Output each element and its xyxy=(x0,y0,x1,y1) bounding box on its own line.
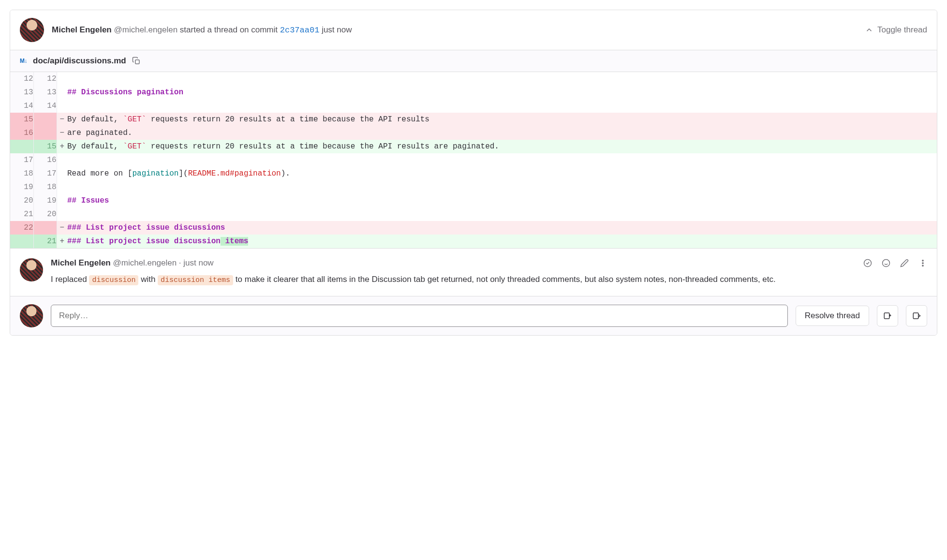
toggle-thread-button[interactable]: Toggle thread xyxy=(865,25,927,35)
svg-rect-11 xyxy=(913,313,918,319)
diff-row[interactable]: 16−are paginated. xyxy=(10,126,937,140)
more-icon[interactable] xyxy=(918,259,927,267)
comment-time[interactable]: just now xyxy=(183,258,213,267)
line-number-new[interactable]: 18 xyxy=(33,180,57,194)
diff-sign xyxy=(57,86,67,99)
diff-sign xyxy=(57,180,67,194)
diff-row[interactable]: 1817Read more on [pagination](README.md#… xyxy=(10,167,937,180)
diff-row[interactable]: 1313## Discussions pagination xyxy=(10,86,937,99)
thread-header: Michel Engelen @michel.engelen started a… xyxy=(10,10,937,50)
diff-content: ## Discussions pagination xyxy=(67,86,937,99)
svg-point-6 xyxy=(922,263,923,264)
line-number-old[interactable] xyxy=(10,140,33,153)
line-number-new[interactable]: 16 xyxy=(33,153,57,167)
diff-row[interactable]: 21+### List project issue discussion ite… xyxy=(10,235,937,248)
svg-point-5 xyxy=(922,260,923,261)
line-number-old[interactable]: 16 xyxy=(10,126,33,140)
diff-content: By default, `GET` requests return 20 res… xyxy=(67,140,937,153)
diff-sign: − xyxy=(57,126,67,140)
thread-time: just now xyxy=(322,25,352,34)
diff-content: are paginated. xyxy=(67,126,937,140)
inline-code: discussion items xyxy=(158,275,233,285)
copy-path-icon[interactable] xyxy=(132,57,141,65)
chevron-up-icon xyxy=(865,26,873,34)
line-number-old[interactable]: 20 xyxy=(10,194,33,207)
line-number-new[interactable] xyxy=(33,113,57,126)
line-number-old[interactable]: 15 xyxy=(10,113,33,126)
diff-sign xyxy=(57,207,67,221)
diff-row[interactable]: 1716 xyxy=(10,153,937,167)
thread-handle[interactable]: @michel.engelen xyxy=(114,25,178,34)
line-number-old[interactable]: 12 xyxy=(10,72,33,86)
line-number-new[interactable]: 19 xyxy=(33,194,57,207)
svg-rect-0 xyxy=(135,60,139,64)
comment-handle[interactable]: @michel.engelen xyxy=(113,258,177,267)
reply-input[interactable] xyxy=(51,305,788,327)
line-number-old[interactable]: 14 xyxy=(10,99,33,113)
diff-sign xyxy=(57,99,67,113)
diff-row[interactable]: 1918 xyxy=(10,180,937,194)
line-number-new[interactable]: 15 xyxy=(33,140,57,153)
line-number-old[interactable] xyxy=(10,235,33,248)
diff-table: 12121313## Discussions pagination141415−… xyxy=(10,72,937,248)
line-number-old[interactable]: 13 xyxy=(10,86,33,99)
diff-sign: + xyxy=(57,140,67,153)
comment-block: Michel Engelen @michel.engelen · just no… xyxy=(10,248,937,296)
issue-arrow-icon xyxy=(912,311,921,320)
line-number-old[interactable]: 22 xyxy=(10,221,33,235)
diff-row[interactable]: 15+By default, `GET` requests return 20 … xyxy=(10,140,937,153)
comment-actions xyxy=(863,259,927,267)
line-number-old[interactable]: 21 xyxy=(10,207,33,221)
line-number-new[interactable] xyxy=(33,221,57,235)
commit-link[interactable]: 2c37aa01 xyxy=(280,26,320,35)
diff-content: ## Issues xyxy=(67,194,937,207)
line-number-old[interactable]: 18 xyxy=(10,167,33,180)
line-number-new[interactable]: 21 xyxy=(33,235,57,248)
diff-sign: − xyxy=(57,221,67,235)
resolve-check-icon[interactable] xyxy=(863,259,872,267)
diff-row[interactable]: 22−### List project issue discussions xyxy=(10,221,937,235)
diff-sign xyxy=(57,72,67,86)
comment-author[interactable]: Michel Engelen xyxy=(51,258,111,267)
line-number-old[interactable]: 19 xyxy=(10,180,33,194)
line-number-new[interactable]: 13 xyxy=(33,86,57,99)
inline-code: discussion xyxy=(89,275,138,285)
diff-content xyxy=(67,153,937,167)
svg-point-7 xyxy=(922,265,923,266)
diff-content: ### List project issue discussions xyxy=(67,221,937,235)
new-issue-button[interactable] xyxy=(877,305,898,326)
diff-row[interactable]: 1212 xyxy=(10,72,937,86)
svg-point-2 xyxy=(883,260,890,267)
next-unresolved-button[interactable] xyxy=(906,305,927,326)
diff-content: By default, `GET` requests return 20 res… xyxy=(67,113,937,126)
diff-sign xyxy=(57,153,67,167)
file-path[interactable]: doc/api/discussions.md xyxy=(33,56,126,66)
reply-block: Resolve thread xyxy=(10,296,937,335)
line-number-old[interactable]: 17 xyxy=(10,153,33,167)
diff-row[interactable]: 2120 xyxy=(10,207,937,221)
avatar[interactable] xyxy=(20,258,43,281)
diff-row[interactable]: 1414 xyxy=(10,99,937,113)
line-number-new[interactable] xyxy=(33,126,57,140)
emoji-icon[interactable] xyxy=(882,259,890,267)
diff-row[interactable]: 2019## Issues xyxy=(10,194,937,207)
edit-icon[interactable] xyxy=(900,259,909,267)
line-number-new[interactable]: 14 xyxy=(33,99,57,113)
line-number-new[interactable]: 12 xyxy=(33,72,57,86)
comment-author-line: Michel Engelen @michel.engelen · just no… xyxy=(51,258,214,268)
thread-title: Michel Engelen @michel.engelen started a… xyxy=(52,25,352,35)
thread-author[interactable]: Michel Engelen xyxy=(52,25,112,34)
avatar[interactable] xyxy=(20,304,43,327)
avatar[interactable] xyxy=(20,18,44,42)
thread-header-left: Michel Engelen @michel.engelen started a… xyxy=(20,18,352,42)
line-number-new[interactable]: 20 xyxy=(33,207,57,221)
discussion-thread: Michel Engelen @michel.engelen started a… xyxy=(10,10,937,336)
line-number-new[interactable]: 17 xyxy=(33,167,57,180)
svg-rect-8 xyxy=(884,313,889,319)
diff-row[interactable]: 15−By default, `GET` requests return 20 … xyxy=(10,113,937,126)
issue-plus-icon xyxy=(883,311,892,320)
thread-action-prefix: started a thread on commit xyxy=(180,25,280,34)
diff-sign: − xyxy=(57,113,67,126)
resolve-thread-button[interactable]: Resolve thread xyxy=(796,306,869,326)
diff-content xyxy=(67,180,937,194)
